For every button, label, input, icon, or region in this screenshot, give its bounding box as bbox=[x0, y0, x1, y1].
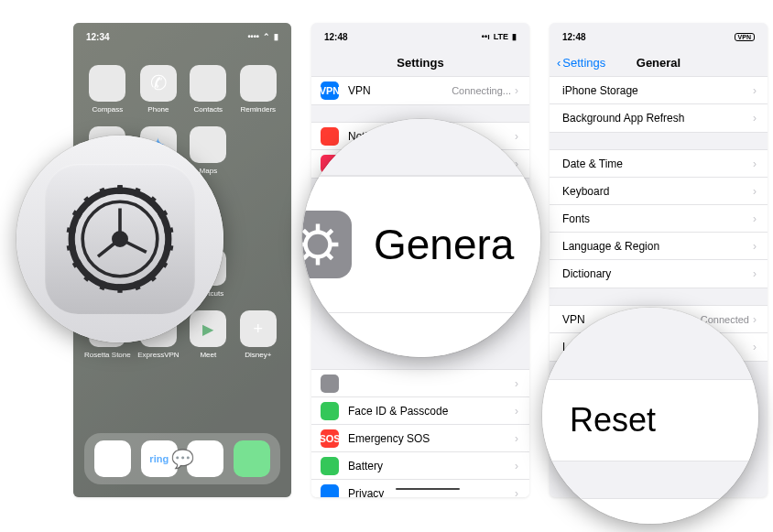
row-label: Date & Time bbox=[562, 157, 753, 170]
row-value: Connecting... bbox=[452, 85, 511, 96]
general-row-reset[interactable]: Reset bbox=[542, 379, 758, 461]
zoom-settings-icon bbox=[16, 136, 223, 342]
chevron-right-icon: › bbox=[753, 240, 757, 253]
chevron-right-icon: › bbox=[515, 432, 518, 445]
row-label: Battery bbox=[348, 460, 515, 472]
row-label: Background App Refresh bbox=[562, 112, 753, 125]
chevron-right-icon: › bbox=[515, 460, 518, 472]
settings-row-vpn[interactable]: VPNVPNConnecting...› bbox=[311, 77, 529, 104]
chevron-right-icon: › bbox=[753, 157, 757, 170]
status-time: 12:48 bbox=[324, 32, 348, 42]
gear-icon bbox=[65, 184, 175, 294]
nav-title: General bbox=[637, 56, 680, 70]
sos-icon: SOS bbox=[321, 429, 339, 448]
settings-row-language-region[interactable]: Language & Region› bbox=[550, 233, 768, 260]
settings-row-face-id-passcode[interactable]: Face ID & Passcode› bbox=[311, 397, 529, 425]
settings-row-general[interactable]: Genera bbox=[302, 176, 540, 313]
settings-row-emergency-sos[interactable]: SOSEmergency SOS› bbox=[311, 425, 529, 452]
row-label: VPN bbox=[348, 84, 452, 97]
row-label: iPhone Storage bbox=[562, 84, 753, 97]
gear-icon bbox=[302, 211, 352, 278]
settings-row-[interactable]: › bbox=[311, 370, 529, 397]
row-label: Face ID & Passcode bbox=[348, 405, 515, 418]
chevron-right-icon: › bbox=[515, 130, 518, 143]
vpn-icon: VPN bbox=[321, 81, 339, 100]
chevron-right-icon: › bbox=[515, 405, 518, 418]
settings-row-date-time[interactable]: Date & Time› bbox=[550, 150, 768, 178]
chevron-right-icon: › bbox=[515, 487, 518, 497]
settings-row-dictionary[interactable]: Dictionary› bbox=[550, 260, 768, 288]
status-time: 12:48 bbox=[562, 32, 586, 42]
row-label: Dictionary bbox=[562, 267, 753, 280]
signal-icon: ••ı bbox=[482, 32, 490, 41]
settings-row-iphone-storage[interactable]: iPhone Storage› bbox=[550, 77, 768, 104]
face-icon bbox=[321, 402, 339, 420]
chevron-right-icon: › bbox=[515, 377, 518, 390]
chevron-right-icon: › bbox=[753, 313, 757, 326]
partial-row bbox=[542, 498, 758, 524]
settings-row-fonts[interactable]: Fonts› bbox=[550, 205, 768, 233]
row-value: Connected bbox=[701, 314, 749, 325]
settings-row-background-app-refresh[interactable]: Background App Refresh› bbox=[550, 104, 768, 132]
settings-row-keyboard[interactable]: Keyboard› bbox=[550, 178, 768, 205]
back-label: Settings bbox=[562, 56, 605, 70]
chevron-left-icon: ‹ bbox=[557, 56, 561, 70]
svg-rect-4 bbox=[117, 185, 122, 194]
chevron-right-icon: › bbox=[753, 112, 757, 125]
svg-rect-13 bbox=[117, 284, 122, 293]
nav-title: Settings bbox=[397, 56, 443, 70]
vpn-badge: VPN bbox=[735, 33, 755, 41]
row-label: Emergency SOS bbox=[348, 432, 515, 445]
back-button[interactable]: ‹Settings bbox=[557, 56, 605, 70]
batt-icon bbox=[321, 457, 339, 475]
chevron-right-icon: › bbox=[753, 212, 757, 225]
zoom-general-row: Genera bbox=[302, 119, 540, 357]
network-label: LTE bbox=[494, 32, 508, 41]
battery-icon: ▮ bbox=[512, 32, 517, 41]
row-label: Fonts bbox=[562, 212, 753, 225]
row-label: Keyboard bbox=[562, 185, 753, 198]
settings-row-battery[interactable]: Battery› bbox=[311, 452, 529, 480]
settings-app-icon[interactable] bbox=[45, 164, 195, 314]
row-label: Language & Region bbox=[562, 240, 753, 253]
svg-point-22 bbox=[306, 233, 331, 257]
chevron-right-icon: › bbox=[753, 185, 757, 198]
chevron-right-icon: › bbox=[753, 84, 757, 97]
row-label: Genera bbox=[374, 220, 514, 269]
chevron-right-icon: › bbox=[753, 267, 757, 280]
gen-icon bbox=[321, 375, 339, 393]
zoom-reset-row: Reset bbox=[542, 308, 758, 524]
notif-icon bbox=[321, 127, 339, 146]
chevron-right-icon: › bbox=[515, 84, 518, 97]
priv-icon bbox=[321, 484, 339, 497]
row-label: Reset bbox=[570, 401, 656, 440]
chevron-right-icon: › bbox=[753, 341, 757, 353]
annotation-underline bbox=[396, 488, 460, 490]
